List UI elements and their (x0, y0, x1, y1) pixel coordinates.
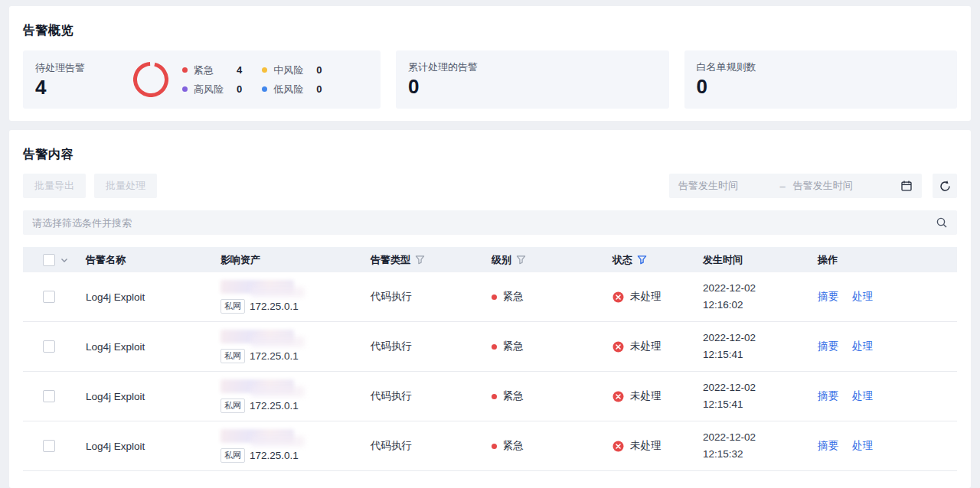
row-checkbox[interactable] (43, 440, 55, 452)
private-network-tag: 私网 (220, 399, 245, 412)
search-icon[interactable] (936, 216, 948, 229)
handle-link[interactable]: 处理 (852, 340, 873, 353)
affected-asset: 私网 172.25.0.1 (220, 379, 371, 412)
occurrence-clock: 12:16:02 (703, 297, 818, 314)
pending-alerts-value: 4 (35, 76, 121, 99)
row-checkbox[interactable] (43, 390, 55, 402)
private-network-tag: 私网 (220, 448, 245, 462)
alert-status: 未处理 (630, 290, 662, 304)
handle-link[interactable]: 处理 (852, 290, 873, 304)
occurrence-date: 2022-12-02 (703, 330, 818, 346)
chevron-down-icon[interactable] (60, 255, 69, 265)
date-start-placeholder[interactable]: 告警发生时间 (678, 179, 779, 193)
alert-level: 紧急 (503, 439, 524, 453)
level-dot-icon (492, 344, 497, 350)
redacted-asset-name (220, 379, 294, 395)
alert-time-range-picker[interactable]: 告警发生时间 – 告警发生时间 (669, 174, 922, 198)
processed-alerts-card: 累计处理的告警 0 (396, 50, 668, 109)
whitelist-rules-label: 白名单规则数 (697, 60, 945, 74)
column-header-name: 告警名称 (86, 253, 220, 267)
occurrence-time: 2022-12-02 12:15:41 (703, 379, 818, 413)
calendar-icon[interactable] (900, 180, 913, 192)
select-all-checkbox[interactable] (43, 254, 55, 266)
legend-value: 4 (237, 64, 242, 76)
occurrence-time: 2022-12-02 12:15:32 (703, 429, 818, 463)
legend-value: 0 (237, 83, 242, 95)
row-checkbox[interactable] (43, 291, 55, 303)
legend-value: 0 (316, 64, 322, 76)
alert-level: 紧急 (503, 389, 524, 403)
alert-status: 未处理 (630, 389, 662, 403)
status-filter-icon-active[interactable] (637, 255, 647, 265)
alert-level-legend: 紧急 4 高风险 0 中风险 0 低风险 0 (182, 62, 322, 98)
processed-alerts-label: 累计处理的告警 (408, 60, 656, 74)
alert-level: 紧急 (503, 340, 524, 353)
type-filter-icon[interactable] (415, 255, 425, 265)
private-network-tag: 私网 (220, 299, 245, 313)
legend-item-high-risk: 高风险 0 (182, 81, 242, 98)
filter-search-bar[interactable] (23, 210, 957, 235)
search-input[interactable] (32, 217, 936, 229)
row-checkbox[interactable] (43, 340, 55, 353)
alert-level-donut-chart (133, 62, 168, 97)
medium-risk-dot-icon (262, 67, 267, 73)
column-header-actions: 操作 (818, 253, 957, 267)
affected-asset: 私网 172.25.0.1 (220, 280, 371, 313)
occurrence-time: 2022-12-02 12:16:02 (703, 280, 818, 314)
summary-link[interactable]: 摘要 (818, 340, 838, 353)
column-header-level: 级别 (492, 253, 511, 267)
redacted-asset-name (220, 429, 294, 444)
legend-label: 紧急 (194, 63, 226, 77)
alerts-table: 告警名称 影响资产 告警类型 级别 状态 (23, 247, 957, 471)
alert-status: 未处理 (630, 439, 662, 453)
overview-title: 告警概览 (23, 23, 957, 39)
summary-link[interactable]: 摘要 (818, 439, 838, 453)
legend-value: 0 (316, 83, 322, 95)
summary-link[interactable]: 摘要 (818, 290, 838, 304)
alert-status: 未处理 (630, 340, 662, 353)
low-risk-dot-icon (262, 86, 267, 92)
table-row: Log4j Exploit 私网 172.25.0.1 代码执行 紧急 未处理 (23, 272, 957, 322)
occurrence-date: 2022-12-02 (703, 429, 818, 446)
date-end-placeholder[interactable]: 告警发生时间 (793, 179, 894, 193)
affected-asset: 私网 172.25.0.1 (220, 429, 371, 462)
legend-item-medium-risk: 中风险 0 (262, 62, 322, 79)
level-filter-icon[interactable] (516, 255, 526, 265)
alerts-title: 告警内容 (23, 147, 957, 163)
asset-ip: 172.25.0.1 (250, 301, 299, 312)
urgent-dot-icon (182, 67, 188, 73)
alert-type: 代码执行 (371, 340, 492, 353)
handle-link[interactable]: 处理 (852, 389, 873, 403)
level-dot-icon (492, 294, 497, 300)
summary-link[interactable]: 摘要 (818, 389, 838, 403)
redacted-asset-name (220, 330, 294, 345)
alerts-panel: 告警内容 批量导出 批量处理 告警发生时间 – 告警发生时间 (9, 130, 971, 488)
occurrence-clock: 12:15:41 (703, 346, 818, 363)
batch-process-button[interactable]: 批量处理 (94, 174, 157, 198)
table-row: Log4j Exploit 私网 172.25.0.1 代码执行 紧急 未处理 (23, 372, 957, 421)
alert-type: 代码执行 (371, 389, 492, 403)
handle-link[interactable]: 处理 (852, 439, 873, 453)
whitelist-rules-card: 白名单规则数 0 (684, 50, 957, 109)
alert-type: 代码执行 (371, 290, 492, 304)
column-header-time: 发生时间 (703, 253, 818, 267)
batch-export-button[interactable]: 批量导出 (23, 174, 86, 198)
overview-cards: 待处理告警 4 紧急 4 高风险 0 (23, 50, 957, 109)
occurrence-time: 2022-12-02 12:15:41 (703, 330, 818, 363)
unhandled-x-circle-icon (612, 391, 624, 402)
unhandled-x-circle-icon (612, 441, 624, 452)
pending-alerts-card: 待处理告警 4 紧急 4 高风险 0 (23, 50, 381, 109)
table-row: Log4j Exploit 私网 172.25.0.1 代码执行 紧急 未处理 (23, 421, 957, 471)
alert-name: Log4j Exploit (86, 391, 220, 402)
alert-name: Log4j Exploit (86, 341, 220, 353)
table-row: Log4j Exploit 私网 172.25.0.1 代码执行 紧急 未处理 (23, 322, 957, 372)
alert-name: Log4j Exploit (86, 291, 220, 303)
refresh-button[interactable] (933, 174, 957, 198)
occurrence-date: 2022-12-02 (703, 379, 818, 396)
legend-label: 高风险 (194, 83, 226, 96)
whitelist-rules-value: 0 (697, 76, 945, 98)
occurrence-clock: 12:15:32 (703, 446, 818, 463)
asset-ip: 172.25.0.1 (250, 351, 299, 362)
pending-alerts-label: 待处理告警 (35, 61, 121, 75)
occurrence-clock: 12:15:41 (703, 396, 818, 413)
